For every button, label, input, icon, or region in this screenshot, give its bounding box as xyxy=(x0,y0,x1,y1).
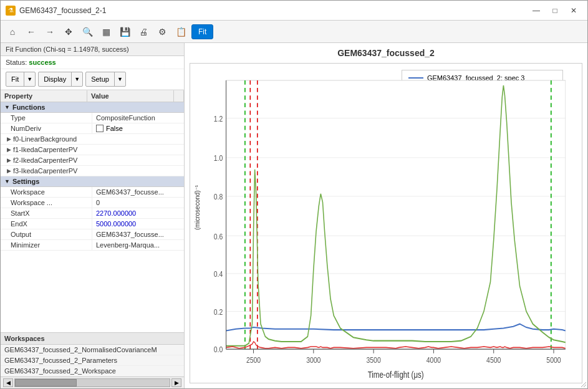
endx-value: 5000.000000 xyxy=(92,219,184,229)
endx-property: EndX xyxy=(1,219,92,229)
fit-toolbar-button[interactable]: Fit xyxy=(191,24,213,39)
grid-button[interactable]: ▦ xyxy=(98,24,114,40)
svg-text:4500: 4500 xyxy=(486,355,501,365)
status-value: success xyxy=(29,59,55,66)
status-label: Status: xyxy=(6,59,27,66)
f2-expand-arrow: ▶ xyxy=(7,157,11,163)
workspace-item-0[interactable]: GEM63437_focussed_2_NormalisedCovariance… xyxy=(1,345,184,355)
resize-icon xyxy=(579,380,586,387)
svg-text:1.2: 1.2 xyxy=(214,114,223,124)
svg-text:0.0: 0.0 xyxy=(214,345,223,355)
left-panel: Fit Function (Chi-sq = 1.14978, success)… xyxy=(1,43,185,388)
setup-split-button[interactable]: Setup ▼ xyxy=(85,72,126,87)
f1-property: ▶ f1-IkedaCarpenterPV xyxy=(1,145,92,155)
minimizer-value: Levenberg-Marqua... xyxy=(92,240,184,250)
svg-text:0.8: 0.8 xyxy=(214,192,223,202)
status-row: Status: success xyxy=(1,56,184,69)
forward-button[interactable]: → xyxy=(42,24,58,40)
fit-button-arrow[interactable]: ▼ xyxy=(24,72,35,86)
scroll-col-header xyxy=(174,90,184,102)
output-row: Output GEM63437_focusse... xyxy=(1,229,184,240)
close-button[interactable]: ✕ xyxy=(565,4,582,17)
numderiv-text: False xyxy=(106,125,123,132)
f1-row[interactable]: ▶ f1-IkedaCarpenterPV xyxy=(1,145,184,155)
resize-handle[interactable] xyxy=(579,380,586,387)
functions-section-header[interactable]: ▼ Functions xyxy=(1,102,184,113)
chart-svg: 0.0 0.2 0.4 0.6 0.8 1.0 1.2 25 xyxy=(190,64,582,383)
scroll-right-button[interactable]: ▶ xyxy=(171,378,181,387)
f2-label: f2-IkedaCarpenterPV xyxy=(13,156,77,164)
display-button-label: Display xyxy=(39,72,72,86)
svg-text:0.2: 0.2 xyxy=(214,307,223,317)
main-window: ⚗ GEM63437_focussed_2-1 — □ ✕ ⌂ ← → ✥ 🔍 … xyxy=(0,0,588,389)
home-button[interactable]: ⌂ xyxy=(4,24,21,40)
workspace-value: GEM63437_focusse... xyxy=(92,187,184,197)
f3-value xyxy=(92,166,184,176)
value-col-header: Value xyxy=(87,90,174,102)
move-button[interactable]: ✥ xyxy=(60,24,77,40)
f0-property: ▶ f0-LinearBackground xyxy=(1,134,92,144)
right-panel: GEM63437_focussed_2 GEM63437_focussed_2:… xyxy=(185,43,587,388)
workspace-index-value: 0 xyxy=(92,198,184,208)
setup-button-arrow[interactable]: ▼ xyxy=(115,72,125,86)
script-button[interactable]: 📋 xyxy=(173,24,189,40)
numderiv-value: False xyxy=(92,123,184,133)
display-split-button[interactable]: Display ▼ xyxy=(38,72,83,87)
numderiv-checkbox[interactable] xyxy=(96,125,104,132)
functions-section-label: Functions xyxy=(12,103,46,111)
save-button[interactable]: 💾 xyxy=(117,24,133,40)
maximize-button[interactable]: □ xyxy=(546,4,564,17)
workspaces-section: Workspaces GEM63437_focussed_2_Normalise… xyxy=(1,332,184,388)
f0-row[interactable]: ▶ f0-LinearBackground xyxy=(1,134,184,145)
setup-button-label: Setup xyxy=(86,72,115,86)
svg-text:5000: 5000 xyxy=(546,355,561,365)
settings-section-header[interactable]: ▼ Settings xyxy=(1,176,184,187)
display-button-arrow[interactable]: ▼ xyxy=(72,72,82,86)
print-button[interactable]: 🖨 xyxy=(135,24,152,40)
zoom-button[interactable]: 🔍 xyxy=(79,24,95,40)
f0-expand-arrow: ▶ xyxy=(7,136,11,142)
svg-text:1.0: 1.0 xyxy=(214,153,223,163)
settings-section-label: Settings xyxy=(12,178,39,185)
title-bar: ⚗ GEM63437_focussed_2-1 — □ ✕ xyxy=(1,1,587,21)
minimize-button[interactable]: — xyxy=(528,4,545,17)
minimizer-property: Minimizer xyxy=(1,240,92,250)
workspace-item-1[interactable]: GEM63437_focussed_2_Parameters xyxy=(1,355,184,366)
f0-value xyxy=(92,134,184,144)
f2-property: ▶ f2-IkedaCarpenterPV xyxy=(1,155,92,165)
buttons-row: Fit ▼ Display ▼ Setup ▼ xyxy=(1,69,184,90)
minimizer-row: Minimizer Levenberg-Marqua... xyxy=(1,240,184,251)
workspace-index-property: Workspace ... xyxy=(1,198,92,208)
scroll-track[interactable] xyxy=(14,378,170,387)
svg-line-36 xyxy=(584,385,586,387)
startx-value: 2270.000000 xyxy=(92,208,184,218)
svg-text:3000: 3000 xyxy=(306,355,321,365)
svg-text:4000: 4000 xyxy=(427,355,441,365)
f2-value xyxy=(92,155,184,165)
settings-button[interactable]: ⚙ xyxy=(154,24,170,40)
settings-collapse-arrow: ▼ xyxy=(4,178,10,185)
scroll-left-button[interactable]: ◀ xyxy=(3,378,13,387)
workspace-item-2[interactable]: GEM63437_focussed_2_Workspace xyxy=(1,366,184,377)
back-button[interactable]: ← xyxy=(23,24,39,40)
f1-label: f1-IkedaCarpenterPV xyxy=(13,146,77,153)
f2-row[interactable]: ▶ f2-IkedaCarpenterPV xyxy=(1,155,184,166)
f3-row[interactable]: ▶ f3-IkedaCarpenterPV xyxy=(1,166,184,176)
svg-text:2500: 2500 xyxy=(246,355,261,365)
workspace-property: Workspace xyxy=(1,187,92,197)
fit-split-button[interactable]: Fit ▼ xyxy=(6,72,36,87)
type-value: CompositeFunction xyxy=(92,113,184,123)
svg-text:0.6: 0.6 xyxy=(214,231,223,241)
app-icon: ⚗ xyxy=(6,6,16,16)
workspace-row: Workspace GEM63437_focusse... xyxy=(1,187,184,198)
numderiv-row: NumDeriv False xyxy=(1,123,184,134)
main-area: Fit Function (Chi-sq = 1.14978, success)… xyxy=(1,43,587,388)
svg-text:3500: 3500 xyxy=(366,355,381,365)
f1-expand-arrow: ▶ xyxy=(7,146,11,153)
type-row: Type CompositeFunction xyxy=(1,113,184,123)
f3-property: ▶ f3-IkedaCarpenterPV xyxy=(1,166,92,176)
svg-rect-0 xyxy=(226,80,566,349)
workspace-list: GEM63437_focussed_2_NormalisedCovariance… xyxy=(1,345,184,377)
output-property: Output xyxy=(1,229,92,239)
chart-area: GEM63437_focussed_2: spec 3 GEM63437_foc… xyxy=(190,63,582,383)
